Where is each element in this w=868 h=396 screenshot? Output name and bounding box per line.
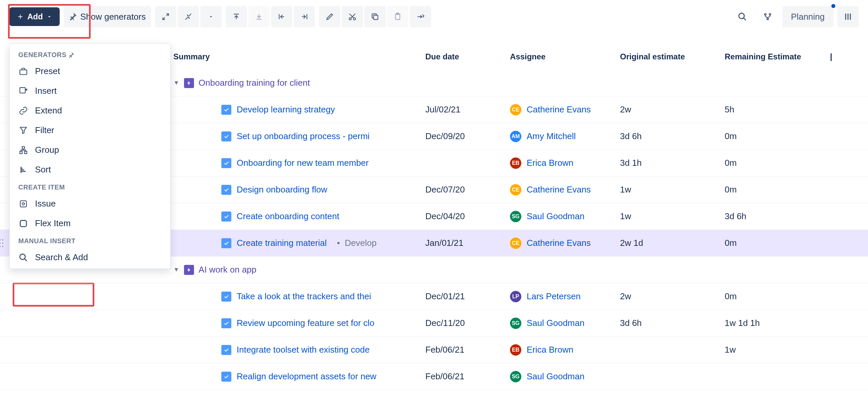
col-summary[interactable]: Summary [173, 52, 425, 61]
assignee-cell[interactable]: CECatherine Evans [510, 184, 620, 196]
due-date: Dec/01/21 [425, 291, 510, 302]
dropdown-item-issue[interactable]: Issue [10, 194, 170, 214]
assignee-cell[interactable]: SGSaul Goodman [510, 371, 620, 382]
expand-button[interactable] [155, 6, 176, 27]
summary-trail: • Develop [332, 238, 376, 248]
table-row[interactable]: Review upcoming feature set for cloDec/1… [0, 310, 868, 337]
dropdown-section-create: CREATE ITEM [10, 179, 170, 194]
assignee-cell[interactable]: SGSaul Goodman [510, 211, 620, 222]
col-rem-est[interactable]: Remaining Estimate [725, 52, 830, 61]
assignee-cell[interactable]: CECatherine Evans [510, 104, 620, 115]
assignee-cell[interactable]: EBErica Brown [510, 344, 620, 356]
task-summary[interactable]: Set up onboarding process - permi [237, 131, 370, 141]
col-due[interactable]: Due date [425, 52, 510, 61]
paste-button[interactable] [387, 6, 408, 27]
table-row[interactable]: CLOUD-25 [0, 390, 868, 396]
task-summary[interactable]: Take a look at the trackers and thei [237, 291, 371, 302]
avatar: EB [510, 344, 521, 356]
col-last[interactable]: | [830, 52, 868, 61]
show-generators-button[interactable]: Show generators [64, 6, 151, 27]
assignee-cell[interactable]: SGSaul Goodman [510, 318, 620, 329]
search-button[interactable] [732, 6, 753, 27]
assignee-cell[interactable]: LPLars Petersen [510, 291, 620, 302]
chevron-down-icon[interactable]: ▼ [173, 266, 179, 273]
toolbar-group-screen [155, 6, 222, 27]
table-row[interactable]: Take a look at the trackers and theiDec/… [0, 283, 868, 310]
due-date: Dec/11/20 [425, 318, 510, 328]
svg-point-17 [20, 254, 25, 259]
task-summary[interactable]: Design onboarding flow [237, 185, 327, 195]
avatar: AM [510, 131, 521, 142]
rem-estimate: 1w [725, 345, 830, 355]
branch-button[interactable] [757, 6, 778, 27]
edit-button[interactable] [319, 6, 340, 27]
cut-button[interactable] [342, 6, 363, 27]
rem-estimate: 0m [725, 158, 830, 168]
dropdown-item-preset[interactable]: Preset [10, 61, 170, 81]
rem-estimate: 5h [725, 105, 830, 115]
copy-button[interactable] [364, 6, 386, 27]
chevron-down-icon[interactable]: ▼ [173, 79, 179, 86]
task-summary[interactable]: Realign development assets for new [237, 371, 376, 381]
move-right-button[interactable] [294, 6, 315, 27]
group-icon [18, 145, 28, 155]
dropdown-item-flex-item[interactable]: Flex Item [10, 214, 170, 233]
collapse-button[interactable] [178, 6, 199, 27]
epic-title[interactable]: AI work on app [199, 264, 256, 275]
assignee-cell[interactable]: AMAmy Mitchell [510, 131, 620, 142]
col-assignee[interactable]: Assignee [510, 52, 620, 61]
avatar: SG [510, 211, 521, 222]
drag-handle-icon[interactable] [0, 236, 5, 250]
table-row[interactable]: Integrate toolset with existing codeFeb/… [0, 337, 868, 363]
col-orig-est[interactable]: Original estimate [620, 52, 725, 61]
epic-icon [184, 78, 194, 88]
task-summary[interactable]: Develop learning strategy [237, 105, 335, 115]
plus-icon [17, 13, 24, 20]
task-summary[interactable]: Create onboarding content [237, 211, 339, 222]
dropdown-item-group[interactable]: Group [10, 140, 170, 160]
assignee-cell[interactable]: CECatherine Evans [510, 237, 620, 249]
dropdown-item-insert[interactable]: Insert [10, 81, 170, 101]
clear-button[interactable] [410, 6, 431, 27]
dropdown-item-sort[interactable]: Sort [10, 160, 170, 179]
due-date: Feb/06/21 [425, 345, 510, 355]
due-date: Dec/04/20 [425, 211, 510, 222]
orig-estimate: 3d 1h [620, 158, 725, 168]
notification-dot-icon [831, 4, 835, 8]
more-button[interactable] [200, 6, 222, 27]
move-left-button[interactable] [271, 6, 292, 27]
extend-icon [18, 106, 28, 116]
search-icon [18, 253, 28, 262]
move-top-button[interactable] [226, 6, 247, 27]
task-summary[interactable]: Create training material [237, 238, 327, 248]
assignee-name: Saul Goodman [527, 211, 584, 222]
avatar: LP [510, 291, 521, 302]
dropdown-section-generators: GENERATORS [10, 47, 170, 61]
task-summary[interactable]: Onboarding for new team member [237, 158, 369, 168]
add-button[interactable]: Add [9, 7, 60, 26]
dropdown-item-filter[interactable]: Filter [10, 120, 170, 140]
add-button-label: Add [27, 12, 43, 21]
epic-title[interactable]: Onboarding training for client [199, 78, 310, 88]
svg-point-8 [767, 18, 768, 20]
pin-icon [69, 13, 77, 21]
orig-estimate: 3d 6h [620, 318, 725, 328]
issue-icon [18, 199, 28, 209]
svg-rect-13 [25, 151, 27, 153]
dropdown-item-search-add[interactable]: Search & Add [10, 248, 170, 267]
svg-point-7 [769, 14, 771, 15]
svg-point-5 [739, 13, 744, 19]
planning-button[interactable]: Planning [782, 6, 833, 27]
move-bottom-button[interactable] [248, 6, 270, 27]
task-summary[interactable]: Review upcoming feature set for clo [237, 318, 374, 328]
task-icon [221, 158, 231, 168]
columns-button[interactable] [837, 6, 859, 27]
chevron-down-icon [46, 14, 52, 20]
add-dropdown: GENERATORS Preset Insert Extend Filter G… [9, 44, 170, 269]
preset-icon [18, 66, 28, 76]
due-date: Dec/09/20 [425, 131, 510, 141]
assignee-cell[interactable]: EBErica Brown [510, 158, 620, 169]
table-row[interactable]: Realign development assets for newFeb/06… [0, 363, 868, 390]
task-summary[interactable]: Integrate toolset with existing code [237, 345, 370, 355]
dropdown-item-extend[interactable]: Extend [10, 101, 170, 120]
